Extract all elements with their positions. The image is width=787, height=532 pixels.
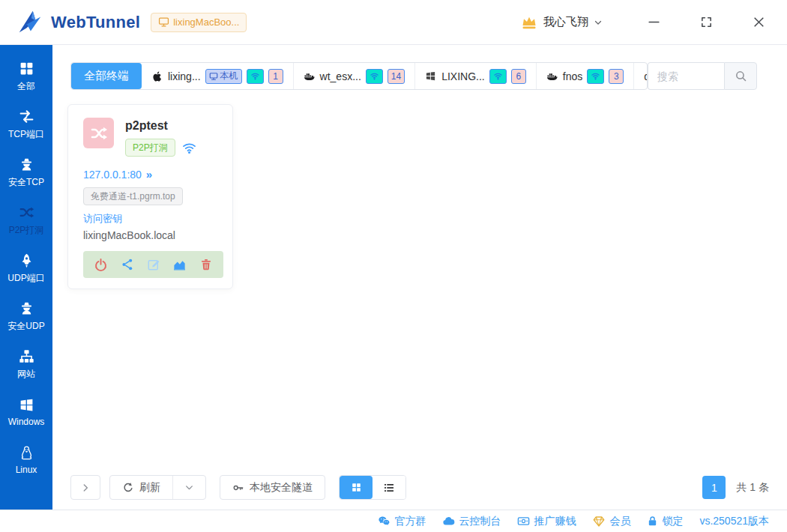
sidebar-item-all[interactable]: 全部 xyxy=(0,52,52,100)
tab-terminal-lixing[interactable]: lixing... 本机 1 xyxy=(142,63,294,89)
close-button[interactable] xyxy=(751,15,766,30)
key-icon xyxy=(232,482,244,494)
tab-terminal-name: wt_esx... xyxy=(320,70,361,82)
search-group xyxy=(648,62,757,90)
list-view-button[interactable] xyxy=(373,476,405,499)
expand-panel-button[interactable] xyxy=(70,475,100,500)
tunnel-type-badge: P2P打洞 xyxy=(125,139,175,157)
cloud-icon xyxy=(442,515,455,528)
footer-link-lock[interactable]: 锁定 xyxy=(647,515,683,528)
p2p-shuffle-icon xyxy=(83,118,114,148)
tab-terminal-lixing-win[interactable]: LIXING... 6 xyxy=(415,63,537,89)
tab-terminal-name: fnos xyxy=(563,70,582,82)
refresh-options-button[interactable] xyxy=(172,476,205,499)
sidebar-item-linux[interactable]: Linux xyxy=(0,436,52,484)
diamond-icon xyxy=(592,515,606,528)
refresh-button[interactable]: 刷新 xyxy=(110,476,172,499)
crown-icon xyxy=(520,13,538,31)
user-name: 我心飞翔 xyxy=(543,15,588,29)
monitor-icon xyxy=(158,16,169,28)
power-button[interactable] xyxy=(93,256,109,273)
sidebar-item-website[interactable]: 网站 xyxy=(0,340,52,388)
search-icon xyxy=(735,70,747,82)
grid-view-icon xyxy=(351,482,362,493)
sidebar-item-label: UDP端口 xyxy=(7,272,44,285)
sidebar: 全部 TCP端口 安全TCP P2P打洞 UDP端口 安全UDP xyxy=(0,45,52,510)
wifi-online-icon xyxy=(182,141,196,155)
tab-terminal-wt-esx[interactable]: wt_esx... 14 xyxy=(294,63,416,89)
app-window: WebTunnel lixingMacBoo... 我心飞翔 全部 xyxy=(0,0,787,532)
sidebar-item-udp[interactable]: UDP端口 xyxy=(0,244,52,292)
access-key-link[interactable]: 访问密钥 xyxy=(83,212,222,226)
grid-view-button[interactable] xyxy=(340,476,373,499)
windows-icon xyxy=(425,70,437,82)
footer-link-official-group[interactable]: 官方群 xyxy=(378,515,426,528)
footer-link-membership[interactable]: 会员 xyxy=(592,515,630,528)
monitor-icon xyxy=(209,72,218,81)
refresh-icon xyxy=(122,482,134,494)
address-arrow: » xyxy=(146,168,152,181)
windows-icon xyxy=(19,397,34,413)
chevron-right-icon xyxy=(80,483,91,493)
tab-terminal-debian[interactable]: debian 1 xyxy=(634,63,648,89)
main-content: 全部终端 lixing... 本机 1 wt_esx xyxy=(52,45,787,510)
wifi-status-badge xyxy=(587,69,604,84)
tunnel-cards-area: p2ptest P2P打洞 127.0.0.1:80 » 免费通道-t1.pgr… xyxy=(52,90,787,475)
footer-link-label: 锁定 xyxy=(662,515,683,528)
footer-link-label: 推广赚钱 xyxy=(534,515,576,528)
sidebar-item-secure-udp[interactable]: 安全UDP xyxy=(0,292,52,340)
tab-all-terminals-label: 全部终端 xyxy=(84,69,129,83)
sidebar-item-label: 安全UDP xyxy=(7,320,44,333)
user-menu[interactable]: 我心飞翔 xyxy=(520,13,603,31)
footer-link-cloud-console[interactable]: 云控制台 xyxy=(442,515,501,528)
maximize-button[interactable] xyxy=(699,15,714,30)
total-count: 共 1 条 xyxy=(736,481,769,495)
swap-arrows-icon xyxy=(19,109,34,124)
local-tunnel-label: 本地安全隧道 xyxy=(250,481,313,495)
chart-button[interactable] xyxy=(172,256,188,273)
tunnel-count-badge: 6 xyxy=(511,69,526,84)
tunnel-address-link[interactable]: 127.0.0.1:80 » xyxy=(83,168,222,181)
spy-icon xyxy=(19,300,34,316)
sidebar-item-label: 全部 xyxy=(17,80,35,93)
delete-button[interactable] xyxy=(198,256,214,273)
tunnel-name: p2ptest xyxy=(125,118,196,133)
grid-icon xyxy=(19,61,34,76)
tunnel-count-badge: 14 xyxy=(388,69,405,84)
sidebar-item-p2p[interactable]: P2P打洞 xyxy=(0,196,52,244)
lock-icon xyxy=(647,516,658,527)
linux-penguin-icon xyxy=(19,445,34,461)
header: WebTunnel lixingMacBoo... 我心飞翔 xyxy=(0,0,787,45)
edit-button-disabled[interactable] xyxy=(145,256,162,273)
spy-icon xyxy=(19,157,34,172)
wifi-icon xyxy=(370,71,379,81)
refresh-label: 刷新 xyxy=(139,481,160,495)
minimize-button[interactable] xyxy=(646,15,661,30)
chevron-down-icon xyxy=(184,483,194,492)
sidebar-item-secure-tcp[interactable]: 安全TCP xyxy=(0,148,52,196)
app-logo: WebTunnel xyxy=(15,8,140,37)
search-input[interactable] xyxy=(648,62,724,90)
device-badge-label: lixingMacBoo... xyxy=(173,16,239,28)
sidebar-item-label: 网站 xyxy=(17,368,35,381)
sidebar-item-label: P2P打洞 xyxy=(9,224,44,237)
tunnel-host: lixingMacBook.local xyxy=(83,229,222,241)
wifi-status-badge xyxy=(247,69,264,84)
wechat-icon xyxy=(378,515,391,528)
sidebar-item-tcp[interactable]: TCP端口 xyxy=(0,100,52,148)
tab-terminal-fnos[interactable]: fnos 3 xyxy=(537,63,634,89)
sidebar-item-windows[interactable]: Windows xyxy=(0,388,52,436)
tab-all-terminals[interactable]: 全部终端 xyxy=(71,63,142,89)
footer-link-promote-earn[interactable]: 推广赚钱 xyxy=(517,515,576,528)
local-secure-tunnel-button[interactable]: 本地安全隧道 xyxy=(220,475,325,500)
device-badge[interactable]: lixingMacBoo... xyxy=(151,13,247,32)
wifi-status-badge xyxy=(489,69,507,84)
page-1-button[interactable]: 1 xyxy=(702,476,726,499)
share-button[interactable] xyxy=(119,256,136,273)
list-view-icon xyxy=(383,482,395,494)
webtunnel-logo-icon xyxy=(15,8,43,37)
sidebar-item-label: Linux xyxy=(16,465,37,475)
search-button[interactable] xyxy=(724,62,757,90)
card-head: p2ptest P2P打洞 xyxy=(83,118,222,157)
tunnel-count-badge: 1 xyxy=(268,69,283,84)
